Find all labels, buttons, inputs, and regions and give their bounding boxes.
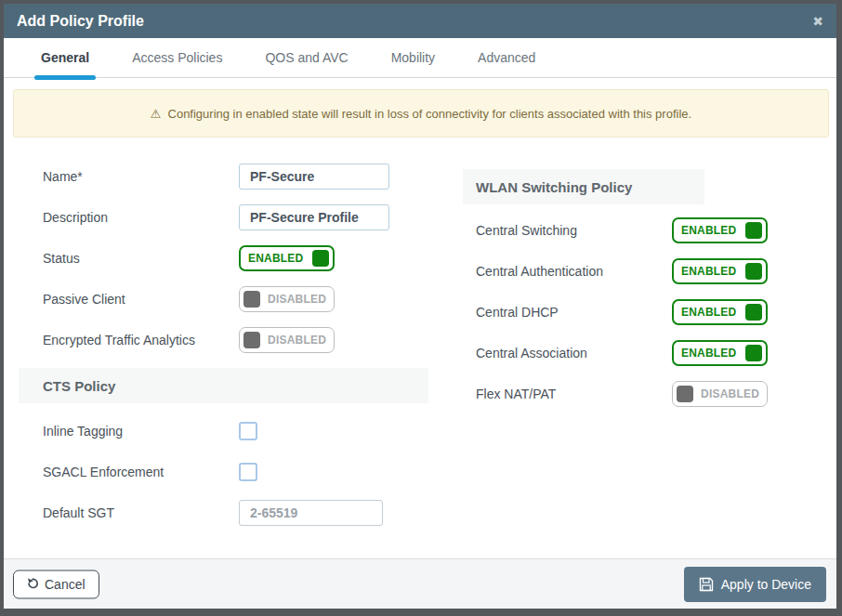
tab-bar: General Access Policies QOS and AVC Mobi… — [4, 38, 836, 78]
inline-tagging-checkbox[interactable] — [239, 422, 257, 440]
central-switching-label: Central Switching — [476, 223, 577, 238]
central-association-label: Central Association — [476, 346, 587, 360]
encrypted-traffic-analytics-toggle[interactable]: DISABLED — [239, 327, 335, 353]
toggle-knob — [745, 222, 762, 239]
central-authentication-row: Central Authentication ENABLED — [463, 251, 784, 292]
central-switching-toggle-label: ENABLED — [681, 224, 736, 237]
name-label: Name* — [43, 169, 83, 184]
encrypted-traffic-analytics-label: Encrypted Traffic Analytics — [43, 333, 195, 347]
cancel-button-label: Cancel — [45, 576, 86, 591]
default-sgt-input[interactable] — [239, 500, 383, 526]
passive-client-label: Passive Client — [43, 292, 125, 307]
sgacl-enforcement-checkbox[interactable] — [239, 463, 257, 481]
description-label: Description — [43, 210, 108, 225]
add-policy-profile-dialog: Add Policy Profile ✖ General Access Poli… — [4, 4, 836, 609]
central-authentication-label: Central Authentication — [476, 264, 603, 279]
tab-mobility[interactable]: Mobility — [391, 38, 435, 77]
tab-qos-and-avc[interactable]: QOS and AVC — [265, 38, 348, 77]
inline-tagging-row: Inline Tagging — [19, 411, 428, 452]
toggle-knob — [745, 263, 762, 280]
dialog-title: Add Policy Profile — [17, 13, 144, 30]
central-authentication-toggle-label: ENABLED — [681, 265, 736, 278]
apply-button-label: Apply to Device — [721, 577, 811, 592]
flex-nat-pat-toggle-label: DISABLED — [701, 387, 759, 400]
toggle-knob — [745, 304, 762, 321]
default-sgt-row: Default SGT — [19, 492, 428, 533]
status-label: Status — [43, 251, 80, 266]
name-input[interactable] — [239, 164, 389, 190]
central-association-toggle[interactable]: ENABLED — [672, 340, 768, 366]
toggle-knob — [745, 345, 762, 361]
central-dhcp-toggle-label: ENABLED — [681, 306, 736, 319]
central-dhcp-label: Central DHCP — [476, 305, 559, 320]
description-row: Description — [19, 197, 428, 238]
description-input[interactable] — [239, 204, 389, 230]
cancel-button[interactable]: Cancel — [13, 570, 99, 598]
save-icon — [699, 577, 714, 592]
central-association-row: Central Association ENABLED — [463, 333, 784, 374]
toggle-knob — [243, 291, 260, 308]
tab-access-policies[interactable]: Access Policies — [132, 38, 222, 77]
flex-nat-pat-toggle[interactable]: DISABLED — [672, 381, 768, 407]
sgacl-enforcement-row: SGACL Enforcement — [19, 452, 428, 492]
general-settings-column: Name* Description Status ENABLED Passive… — [19, 156, 428, 533]
inline-tagging-label: Inline Tagging — [43, 424, 123, 439]
default-sgt-label: Default SGT — [43, 505, 114, 520]
status-row: Status ENABLED — [19, 238, 428, 279]
dialog-header: Add Policy Profile ✖ — [4, 4, 836, 38]
tab-general[interactable]: General — [41, 38, 89, 77]
warning-text: Configuring in enabled state will result… — [168, 107, 692, 121]
passive-client-toggle[interactable]: DISABLED — [239, 286, 335, 312]
wlan-switching-policy-section-header: WLAN Switching Policy — [463, 169, 704, 204]
encrypted-traffic-analytics-row: Encrypted Traffic Analytics DISABLED — [19, 320, 428, 360]
warning-icon: ⚠ — [151, 107, 162, 121]
central-switching-row: Central Switching ENABLED — [463, 210, 784, 251]
apply-to-device-button[interactable]: Apply to Device — [684, 567, 826, 602]
central-authentication-toggle[interactable]: ENABLED — [672, 258, 768, 284]
flex-nat-pat-row: Flex NAT/PAT DISABLED — [463, 374, 784, 414]
toggle-knob — [243, 332, 260, 348]
central-dhcp-row: Central DHCP ENABLED — [463, 292, 784, 333]
dialog-footer: Cancel Apply to Device — [4, 558, 836, 609]
warning-banner: ⚠ Configuring in enabled state will resu… — [13, 89, 829, 138]
central-switching-toggle[interactable]: ENABLED — [672, 217, 768, 243]
central-dhcp-toggle[interactable]: ENABLED — [672, 299, 768, 325]
tab-advanced[interactable]: Advanced — [478, 38, 535, 77]
undo-icon — [27, 578, 39, 590]
name-row: Name* — [19, 156, 428, 197]
toggle-knob — [677, 386, 693, 402]
flex-nat-pat-label: Flex NAT/PAT — [476, 387, 556, 401]
passive-client-row: Passive Client DISABLED — [19, 279, 428, 320]
passive-client-toggle-label: DISABLED — [268, 293, 326, 306]
sgacl-enforcement-label: SGACL Enforcement — [43, 465, 164, 479]
close-icon[interactable]: ✖ — [812, 15, 823, 28]
eta-toggle-label: DISABLED — [268, 334, 326, 347]
cts-policy-section-header: CTS Policy — [19, 368, 428, 403]
toggle-knob — [312, 250, 329, 267]
status-toggle[interactable]: ENABLED — [239, 245, 335, 271]
central-association-toggle-label: ENABLED — [681, 347, 736, 360]
status-toggle-label: ENABLED — [248, 252, 303, 265]
wlan-switching-policy-column: WLAN Switching Policy Central Switching … — [463, 169, 784, 414]
